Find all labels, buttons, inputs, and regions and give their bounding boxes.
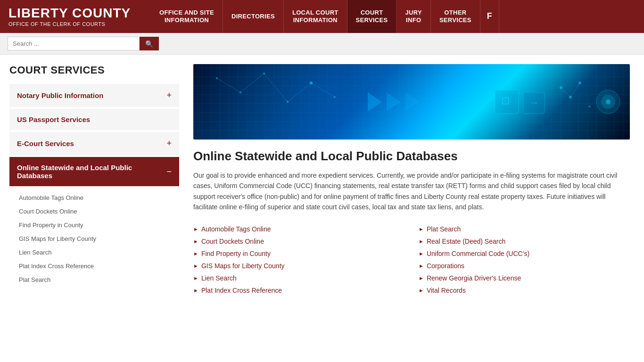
link-find-property[interactable]: ► Find Property in County — [193, 247, 405, 260]
logo-title: LIBERTY COUNTY — [8, 6, 142, 21]
links-col1: ► Automobile Tags Online ► Court Dockets… — [193, 223, 405, 296]
svg-marker-13 — [405, 92, 420, 111]
link-lien-search[interactable]: ► Lien Search — [193, 272, 405, 284]
arrow-icon: ► — [193, 288, 198, 293]
sidebar-sub-items: Automobile Tags Online Court Dockets Onl… — [9, 188, 179, 289]
sidebar-item-notary[interactable]: Notary Public Information + — [9, 84, 179, 107]
link-label: Corporations — [427, 262, 464, 270]
svg-point-21 — [588, 106, 590, 107]
svg-line-23 — [570, 83, 580, 97]
svg-line-8 — [264, 74, 288, 102]
sidebar-item-ecourt-label: E-Court Services — [17, 140, 74, 148]
link-label: Find Property in County — [201, 250, 271, 257]
arrow-icon: ► — [419, 251, 424, 256]
sidebar-item-passport-label: US Passport Services — [17, 115, 90, 123]
sidebar-item-ecourt[interactable]: E-Court Services + — [9, 132, 179, 155]
link-label: Real Estate (Deed) Search — [427, 238, 505, 245]
nav-item-facebook[interactable]: f — [480, 0, 499, 33]
list-item[interactable]: Plat Search — [17, 273, 179, 287]
sidebar-item-databases[interactable]: Online Statewide and Local Public Databa… — [9, 157, 179, 186]
hero-svg: ⊡ → — [193, 64, 630, 140]
link-ucc[interactable]: ► Uniform Commercial Code (UCC's) — [419, 247, 630, 260]
search-input[interactable] — [8, 37, 140, 50]
svg-text:⊡: ⊡ — [501, 95, 510, 107]
svg-marker-11 — [368, 92, 382, 111]
link-vital-records[interactable]: ► Vital Records — [419, 284, 630, 296]
link-label: Lien Search — [201, 274, 237, 282]
plus-icon: + — [166, 90, 172, 100]
links-col2: ► Plat Search ► Real Estate (Deed) Searc… — [419, 223, 630, 296]
sidebar-item-passport[interactable]: US Passport Services — [9, 109, 179, 130]
svg-line-22 — [561, 88, 570, 97]
link-label: Uniform Commercial Code (UCC's) — [427, 250, 529, 257]
nav-item-court-services[interactable]: COURT SERVICES — [347, 0, 397, 33]
minus-icon: − — [166, 167, 172, 177]
arrow-icon: ► — [193, 251, 198, 256]
main-layout: COURT SERVICES Notary Public Information… — [0, 55, 644, 337]
arrow-icon: ► — [193, 263, 198, 269]
link-plat-index[interactable]: ► Plat Index Cross Reference — [193, 284, 405, 296]
logo-subtitle: OFFICE OF THE CLERK OF COURTS — [8, 21, 142, 27]
top-navigation: LIBERTY COUNTY OFFICE OF THE CLERK OF CO… — [0, 0, 644, 33]
content-area: ⊡ → Online Statewide and Local Public Da… — [184, 55, 644, 337]
arrow-icon: ► — [419, 275, 424, 281]
link-renew-license[interactable]: ► Renew Georgia Driver's License — [419, 272, 630, 284]
svg-text:→: → — [529, 97, 539, 107]
arrow-icon: ► — [419, 226, 424, 232]
link-label: Plat Search — [427, 225, 461, 233]
svg-point-26 — [606, 99, 611, 104]
list-item[interactable]: Lien Search — [17, 246, 179, 259]
nav-item-jury[interactable]: JURY INFO — [396, 0, 430, 33]
list-item[interactable]: GIS Maps for Liberty County — [17, 232, 179, 246]
svg-line-10 — [311, 83, 335, 97]
nav-items: OFFICE AND SITE INFORMATION DIRECTORIES … — [151, 0, 644, 33]
link-label: GIS Maps for Liberty County — [201, 262, 285, 270]
link-gis-maps[interactable]: ► GIS Maps for Liberty County — [193, 260, 405, 272]
sidebar-item-notary-label: Notary Public Information — [17, 91, 103, 99]
arrow-icon: ► — [193, 275, 198, 281]
arrow-icon: ► — [419, 288, 424, 293]
arrow-icon: ► — [419, 239, 424, 244]
svg-line-6 — [217, 78, 240, 92]
svg-line-9 — [288, 83, 311, 102]
page-description: Our goal is to provide enhanced and more… — [193, 170, 630, 213]
list-item[interactable]: Court Dockets Online — [17, 205, 179, 218]
arrow-icon: ► — [419, 263, 424, 269]
link-label: Plat Index Cross Reference — [201, 287, 282, 294]
link-court-dockets[interactable]: ► Court Dockets Online — [193, 235, 405, 247]
links-grid: ► Automobile Tags Online ► Court Dockets… — [193, 223, 630, 296]
nav-item-directories[interactable]: DIRECTORIES — [223, 0, 284, 33]
arrow-icon: ► — [193, 226, 198, 232]
logo-area[interactable]: LIBERTY COUNTY OFFICE OF THE CLERK OF CO… — [0, 0, 151, 33]
search-bar-container: 🔍 — [0, 33, 644, 55]
hero-image: ⊡ → — [193, 64, 630, 140]
page-heading: Online Statewide and Local Public Databa… — [193, 149, 630, 164]
svg-line-7 — [240, 74, 264, 92]
sidebar-item-databases-label: Online Statewide and Local Public Databa… — [17, 164, 166, 180]
link-corporations[interactable]: ► Corporations — [419, 260, 630, 272]
nav-item-local-court[interactable]: LOCAL COURT INFORMATION — [284, 0, 347, 33]
link-label: Automobile Tags Online — [201, 225, 271, 233]
plus-icon-ecourt: + — [166, 139, 172, 148]
link-label: Court Dockets Online — [201, 238, 264, 245]
sidebar-title: COURT SERVICES — [9, 64, 179, 76]
list-item[interactable]: Plat Index Cross Reference — [17, 259, 179, 273]
link-label: Vital Records — [427, 287, 466, 294]
link-automobile-tags[interactable]: ► Automobile Tags Online — [193, 223, 405, 235]
nav-item-office[interactable]: OFFICE AND SITE INFORMATION — [151, 0, 223, 33]
list-item[interactable]: Automobile Tags Online — [17, 191, 179, 205]
link-label: Renew Georgia Driver's License — [427, 274, 521, 282]
sidebar: COURT SERVICES Notary Public Information… — [0, 55, 184, 337]
arrow-icon: ► — [193, 239, 198, 244]
link-real-estate[interactable]: ► Real Estate (Deed) Search — [419, 235, 630, 247]
search-button[interactable]: 🔍 — [140, 37, 159, 50]
list-item[interactable]: Find Property in County — [17, 218, 179, 232]
link-plat-search[interactable]: ► Plat Search — [419, 223, 630, 235]
svg-marker-12 — [387, 92, 401, 111]
nav-item-other[interactable]: OTHER SERVICES — [431, 0, 480, 33]
